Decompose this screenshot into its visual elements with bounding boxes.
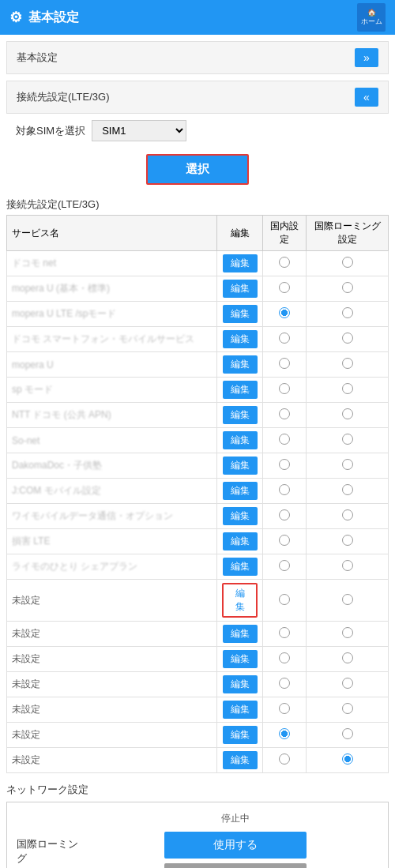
roaming-radio-cell[interactable] (307, 428, 389, 453)
domestic-radio-cell[interactable] (263, 622, 307, 647)
domestic-radio-cell[interactable] (263, 672, 307, 697)
roaming-radio-cell[interactable] (307, 403, 389, 428)
roaming-radio-dot[interactable] (342, 358, 353, 369)
roaming-radio-dot[interactable] (342, 459, 353, 470)
domestic-radio-dot[interactable] (279, 678, 290, 689)
domestic-radio-cell[interactable] (263, 352, 307, 378)
connection-lte-collapse-button[interactable]: « (355, 88, 378, 107)
edit-button[interactable]: 編集 (223, 558, 258, 576)
domestic-radio-dot[interactable] (279, 728, 290, 739)
edit-button[interactable]: 編集 (223, 675, 258, 693)
basic-settings-expand-button[interactable]: » (355, 48, 378, 67)
roaming-radio-cell[interactable] (307, 580, 389, 622)
domestic-radio-dot[interactable] (279, 408, 290, 419)
roaming-radio-dot[interactable] (342, 434, 353, 445)
roaming-radio-dot[interactable] (342, 678, 353, 689)
edit-button[interactable]: 編集 (222, 583, 258, 618)
domestic-radio-cell[interactable] (263, 276, 307, 302)
edit-button[interactable]: 編集 (223, 330, 258, 348)
domestic-radio-cell[interactable] (263, 302, 307, 327)
domestic-radio-dot[interactable] (279, 560, 290, 571)
sim-select-button[interactable]: 選択 (146, 154, 249, 185)
roaming-radio-dot[interactable] (342, 484, 353, 495)
edit-button[interactable]: 編集 (223, 507, 258, 525)
domestic-radio-dot[interactable] (279, 459, 290, 470)
roaming-radio-dot[interactable] (342, 408, 353, 419)
roaming-radio-dot[interactable] (342, 333, 353, 344)
roaming-radio-cell[interactable] (307, 647, 389, 672)
domestic-radio-cell[interactable] (263, 428, 307, 453)
domestic-radio-cell[interactable] (263, 748, 307, 773)
roaming-radio-dot[interactable] (342, 753, 353, 765)
edit-button[interactable]: 編集 (223, 457, 258, 475)
roaming-radio-cell[interactable] (307, 529, 389, 554)
domestic-radio-cell[interactable] (263, 554, 307, 580)
domestic-radio-cell[interactable] (263, 580, 307, 622)
domestic-radio-dot[interactable] (279, 652, 290, 663)
domestic-radio-dot[interactable] (279, 509, 290, 520)
domestic-radio-dot[interactable] (279, 257, 290, 268)
roaming-radio-cell[interactable] (307, 352, 389, 378)
roaming-radio-cell[interactable] (307, 672, 389, 697)
domestic-radio-cell[interactable] (263, 403, 307, 428)
edit-button[interactable]: 編集 (223, 726, 258, 744)
edit-button[interactable]: 編集 (223, 625, 258, 643)
domestic-radio-dot[interactable] (279, 594, 290, 605)
domestic-radio-dot[interactable] (279, 703, 290, 714)
domestic-radio-dot[interactable] (279, 753, 290, 765)
stop-button[interactable]: 停止する (164, 863, 307, 868)
domestic-radio-cell[interactable] (263, 327, 307, 352)
edit-button[interactable]: 編集 (223, 482, 258, 500)
edit-button[interactable]: 編集 (223, 701, 258, 719)
roaming-radio-dot[interactable] (342, 257, 353, 268)
roaming-radio-dot[interactable] (342, 728, 353, 739)
edit-button[interactable]: 編集 (223, 431, 258, 449)
roaming-radio-cell[interactable] (307, 697, 389, 723)
roaming-radio-dot[interactable] (342, 703, 353, 714)
domestic-radio-dot[interactable] (279, 307, 290, 318)
roaming-radio-dot[interactable] (342, 509, 353, 520)
domestic-radio-dot[interactable] (279, 627, 290, 638)
roaming-radio-dot[interactable] (342, 282, 353, 293)
roaming-radio-dot[interactable] (342, 535, 353, 546)
roaming-radio-dot[interactable] (342, 627, 353, 638)
home-button[interactable]: 🏠 ホーム (357, 3, 386, 32)
edit-button[interactable]: 編集 (223, 406, 258, 424)
roaming-radio-cell[interactable] (307, 327, 389, 352)
roaming-radio-cell[interactable] (307, 479, 389, 504)
edit-button[interactable]: 編集 (223, 381, 258, 399)
domestic-radio-cell[interactable] (263, 453, 307, 479)
roaming-radio-cell[interactable] (307, 748, 389, 773)
domestic-radio-dot[interactable] (279, 333, 290, 344)
domestic-radio-cell[interactable] (263, 723, 307, 748)
roaming-radio-dot[interactable] (342, 383, 353, 394)
domestic-radio-cell[interactable] (263, 504, 307, 529)
domestic-radio-cell[interactable] (263, 251, 307, 276)
roaming-radio-dot[interactable] (342, 652, 353, 663)
edit-button[interactable]: 編集 (223, 355, 258, 374)
sim-selector-dropdown[interactable]: SIM1 SIM2 (92, 120, 186, 141)
roaming-radio-dot[interactable] (342, 560, 353, 571)
roaming-radio-cell[interactable] (307, 453, 389, 479)
domestic-radio-dot[interactable] (279, 484, 290, 495)
domestic-radio-cell[interactable] (263, 647, 307, 672)
edit-button[interactable]: 編集 (223, 751, 258, 769)
roaming-radio-dot[interactable] (342, 594, 353, 605)
roaming-radio-cell[interactable] (307, 302, 389, 327)
use-button[interactable]: 使用する (164, 832, 307, 859)
domestic-radio-dot[interactable] (279, 535, 290, 546)
roaming-radio-dot[interactable] (342, 307, 353, 318)
edit-button[interactable]: 編集 (223, 650, 258, 668)
edit-button[interactable]: 編集 (223, 532, 258, 550)
domestic-radio-cell[interactable] (263, 697, 307, 723)
edit-button[interactable]: 編集 (223, 254, 258, 272)
roaming-radio-cell[interactable] (307, 622, 389, 647)
domestic-radio-cell[interactable] (263, 378, 307, 403)
domestic-radio-dot[interactable] (279, 358, 290, 369)
domestic-radio-dot[interactable] (279, 434, 290, 445)
roaming-radio-cell[interactable] (307, 554, 389, 580)
roaming-radio-cell[interactable] (307, 723, 389, 748)
roaming-radio-cell[interactable] (307, 504, 389, 529)
roaming-radio-cell[interactable] (307, 378, 389, 403)
domestic-radio-dot[interactable] (279, 383, 290, 394)
